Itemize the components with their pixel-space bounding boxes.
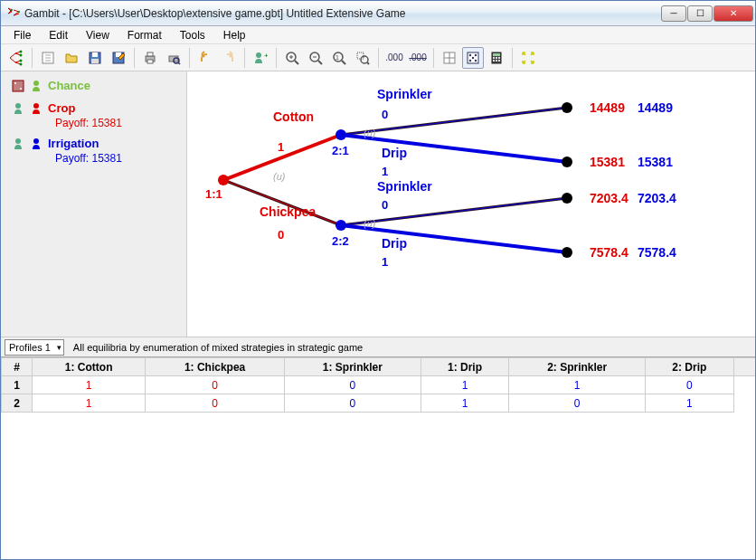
zoom-fit-icon[interactable]: 1 (328, 47, 350, 69)
svg-text:Sprinkler: Sprinkler (377, 179, 432, 194)
svg-rect-51 (496, 60, 497, 62)
svg-point-5 (20, 62, 23, 65)
minimize-button[interactable]: ─ (661, 5, 686, 22)
cell: 1 (33, 394, 146, 413)
maximize-button[interactable]: ☐ (687, 5, 713, 22)
svg-point-34 (361, 56, 368, 63)
svg-text:1: 1 (382, 165, 388, 178)
open-icon[interactable] (61, 47, 82, 69)
profiles-selector-label: Profiles 1 (9, 342, 51, 353)
pawn-person-icon (12, 138, 24, 150)
svg-text:15381: 15381 (590, 155, 625, 169)
svg-text:0: 0 (382, 198, 388, 212)
svg-point-41 (475, 53, 477, 55)
add-player-icon[interactable]: + (250, 47, 271, 69)
player-chance[interactable]: Chance (5, 77, 183, 94)
decimals-remove-icon[interactable]: .000 (407, 47, 429, 69)
svg-text:14489: 14489 (638, 100, 673, 115)
svg-text:(u): (u) (364, 128, 376, 138)
svg-rect-50 (493, 60, 495, 62)
col-2drip[interactable]: 2: Drip (646, 358, 733, 376)
toolbar: + 1 .000 .000 (1, 44, 755, 71)
row-num: 1 (2, 376, 33, 394)
table-row[interactable]: 2 1 0 0 1 0 1 (2, 394, 756, 413)
svg-text:0: 0 (278, 228, 284, 242)
svg-text:0: 0 (382, 108, 388, 121)
svg-point-74 (562, 157, 572, 167)
cell: 1 (421, 394, 508, 413)
svg-point-55 (20, 88, 22, 90)
svg-line-35 (367, 62, 369, 64)
svg-rect-52 (498, 60, 500, 62)
player-chance-label: Chance (48, 79, 90, 92)
profiles-selector[interactable]: Profiles 1 (5, 339, 64, 356)
dice-small-icon (12, 80, 24, 92)
menu-view[interactable]: View (77, 27, 118, 43)
undo-icon[interactable] (194, 47, 216, 69)
pawn-icon (30, 80, 43, 92)
player-crop[interactable]: Crop (5, 100, 183, 117)
new-icon[interactable] (37, 47, 59, 69)
app-window: Gambit - [C:\Users\User\Desktop\extensiv… (0, 0, 756, 560)
table-row[interactable]: 1 1 0 0 1 1 0 (2, 376, 756, 394)
col-chickpea[interactable]: 1: Chickpea (146, 358, 284, 376)
grid-icon[interactable] (439, 47, 460, 69)
col-1drip[interactable]: 1: Drip (421, 358, 508, 376)
svg-rect-33 (357, 52, 364, 59)
print-icon[interactable] (139, 47, 161, 69)
svg-point-42 (472, 56, 474, 58)
menu-edit[interactable]: Edit (40, 27, 77, 43)
dice-icon[interactable] (462, 47, 484, 69)
print-preview-icon[interactable] (163, 47, 184, 69)
svg-text:+: + (264, 52, 268, 60)
menu-file[interactable]: File (5, 27, 40, 43)
svg-text:Cotton: Cotton (273, 109, 314, 124)
cell: 1 (509, 376, 646, 394)
row-num: 2 (2, 394, 33, 413)
game-tree[interactable]: 1:1 Cotton 1 Chickpea 0 (u) 2:1 2:2 Spri… (187, 71, 755, 337)
svg-point-21 (256, 52, 261, 58)
svg-text:7578.4: 7578.4 (638, 245, 676, 260)
redo-icon[interactable] (218, 47, 240, 69)
app-icon (6, 6, 21, 21)
svg-point-71 (335, 129, 346, 140)
col-cotton[interactable]: 1: Cotton (33, 358, 146, 376)
col-2sprinkler[interactable]: 2: Sprinkler (509, 358, 646, 376)
save-icon[interactable] (84, 47, 106, 69)
svg-text:7203.4: 7203.4 (638, 191, 676, 205)
zoom-window-icon[interactable] (352, 47, 373, 69)
fit-icon[interactable] (517, 47, 539, 69)
svg-text:7203.4: 7203.4 (590, 191, 628, 205)
svg-text:(u): (u) (364, 218, 376, 229)
zoom-out-icon[interactable] (305, 47, 326, 69)
zoom-in-icon[interactable] (281, 47, 303, 69)
decimals-add-icon[interactable]: .000 (383, 47, 405, 69)
close-button[interactable]: ✕ (713, 5, 753, 22)
profiles-bar: Profiles 1 All equilibria by enumeration… (1, 337, 755, 356)
svg-line-69 (341, 225, 567, 252)
svg-point-56 (33, 81, 39, 86)
svg-text:1: 1 (382, 255, 388, 269)
col-spacer (733, 358, 755, 376)
menu-help[interactable]: Help (214, 27, 255, 43)
svg-point-73 (562, 102, 572, 113)
calculator-icon[interactable] (486, 47, 507, 69)
svg-line-66 (341, 135, 567, 162)
cell: 0 (146, 394, 284, 413)
saveas-icon[interactable] (108, 47, 129, 69)
player-irrigation[interactable]: Irrigation (5, 135, 183, 152)
svg-point-70 (218, 175, 229, 185)
svg-rect-12 (91, 59, 99, 63)
svg-rect-16 (147, 52, 153, 56)
menu-format[interactable]: Format (118, 27, 171, 43)
svg-text:2:1: 2:1 (332, 144, 349, 157)
player-crop-payoff: Payoff: 15381 (5, 117, 183, 129)
tree-icon[interactable] (5, 47, 27, 69)
content-area: Chance Crop Payoff: 15381 Irrigation Pay… (1, 71, 755, 337)
menu-tools[interactable]: Tools (171, 27, 214, 43)
col-1sprinkler[interactable]: 1: Sprinkler (284, 358, 421, 376)
equilibria-table-wrap[interactable]: # 1: Cotton 1: Chickpea 1: Sprinkler 1: … (1, 356, 755, 559)
svg-point-3 (20, 53, 23, 56)
col-num[interactable]: # (2, 358, 33, 376)
player-sidebar: Chance Crop Payoff: 15381 Irrigation Pay… (1, 71, 187, 337)
